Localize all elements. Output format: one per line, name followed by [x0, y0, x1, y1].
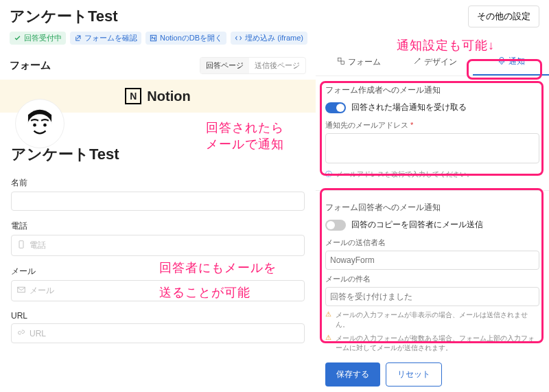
phone-placeholder[interactable]: 電話	[30, 240, 46, 251]
svg-point-3	[33, 124, 36, 127]
subject-input[interactable]	[325, 287, 539, 306]
warn-icon: ⚠	[325, 334, 331, 341]
name-input[interactable]	[11, 192, 305, 211]
reset-button[interactable]: リセット	[386, 362, 442, 387]
tag-accepting: 回答受付中	[10, 32, 66, 45]
svg-rect-8	[341, 61, 344, 65]
form-title: アンケートTest	[11, 144, 305, 165]
respondent-toggle-label: 回答のコピーを回答者にメール送信	[351, 219, 483, 231]
phone-icon	[17, 240, 25, 251]
notion-logo-text: Notion	[147, 89, 190, 104]
warn-text-1: メールの入力フォームが非表示の場合、メールは送信されません。	[336, 310, 539, 330]
field-url-label: URL	[11, 311, 305, 321]
tab-form[interactable]: フォーム	[321, 49, 397, 76]
bell-icon	[498, 56, 506, 67]
svg-point-2	[27, 114, 52, 139]
mail-icon	[17, 286, 25, 296]
subject-label: メールの件名	[325, 274, 539, 284]
notion-n-icon: N	[125, 88, 141, 104]
form-icon	[337, 57, 345, 67]
save-button[interactable]: 保存する	[325, 362, 380, 387]
left-heading: フォーム	[10, 59, 51, 72]
svg-rect-6	[18, 287, 25, 292]
sender-label: メールの送信者名	[325, 238, 539, 248]
svg-rect-7	[338, 58, 342, 62]
check-icon	[14, 34, 21, 42]
avatar	[15, 99, 65, 148]
tab-notify-label: 通知	[509, 56, 525, 67]
tab-notify[interactable]: 通知	[473, 49, 549, 76]
svg-point-4	[43, 124, 47, 127]
creator-notify-toggle[interactable]	[325, 102, 346, 113]
external-icon	[74, 34, 82, 42]
sender-name-input[interactable]	[325, 251, 539, 270]
info-icon: ⓘ	[325, 170, 332, 179]
page-tabs[interactable]: 回答ページ 送信後ページ	[200, 57, 306, 74]
link-icon	[17, 328, 25, 338]
respondent-notify-toggle[interactable]	[325, 220, 346, 231]
address-info: メールアドレスを改行で入力してください。	[336, 170, 474, 179]
notify-address-input[interactable]	[325, 133, 539, 163]
url-placeholder[interactable]: URL	[30, 329, 46, 338]
tab-answer-page[interactable]: 回答ページ	[200, 58, 249, 73]
code-icon	[235, 34, 242, 42]
warn-text-2: メールの入力フォームが複数ある場合、フォーム上部の入力フォームに対してメールが送…	[336, 334, 539, 353]
tab-design-label: デザイン	[424, 56, 457, 68]
tag-accepting-label: 回答受付中	[24, 33, 62, 43]
tag-check-form-label: フォームを確認	[84, 33, 137, 43]
tag-check-form[interactable]: フォームを確認	[70, 32, 141, 45]
design-icon	[413, 57, 421, 67]
tag-embed-label: 埋め込み (iframe)	[245, 33, 303, 43]
field-name-label: 名前	[11, 177, 305, 189]
required-asterisk: *	[410, 121, 413, 129]
warn-icon: ⚠	[325, 310, 331, 318]
page-title: アンケートTest	[10, 6, 118, 27]
tab-design[interactable]: デザイン	[397, 49, 474, 76]
notion-logo: N Notion	[125, 88, 190, 104]
respondent-section-title: フォーム回答者へのメール通知	[325, 202, 539, 214]
address-label: 通知先のメールアドレス	[325, 121, 408, 129]
notion-icon	[150, 34, 157, 42]
mail-placeholder[interactable]: メール	[30, 285, 54, 297]
svg-rect-5	[19, 241, 23, 249]
creator-section-title: フォーム作成者へのメール通知	[325, 84, 539, 96]
other-settings-button[interactable]: その他の設定	[468, 5, 539, 27]
tag-open-db[interactable]: NotionのDBを開く	[145, 32, 226, 45]
field-mail-label: メール	[11, 266, 305, 277]
tab-after-submit-page[interactable]: 送信後ページ	[249, 58, 305, 73]
creator-toggle-label: 回答された場合通知を受け取る	[351, 102, 467, 113]
tag-open-db-label: NotionのDBを開く	[160, 33, 222, 43]
field-phone-label: 電話	[11, 220, 305, 232]
tag-embed[interactable]: 埋め込み (iframe)	[231, 32, 307, 45]
tab-form-label: フォーム	[348, 56, 381, 68]
